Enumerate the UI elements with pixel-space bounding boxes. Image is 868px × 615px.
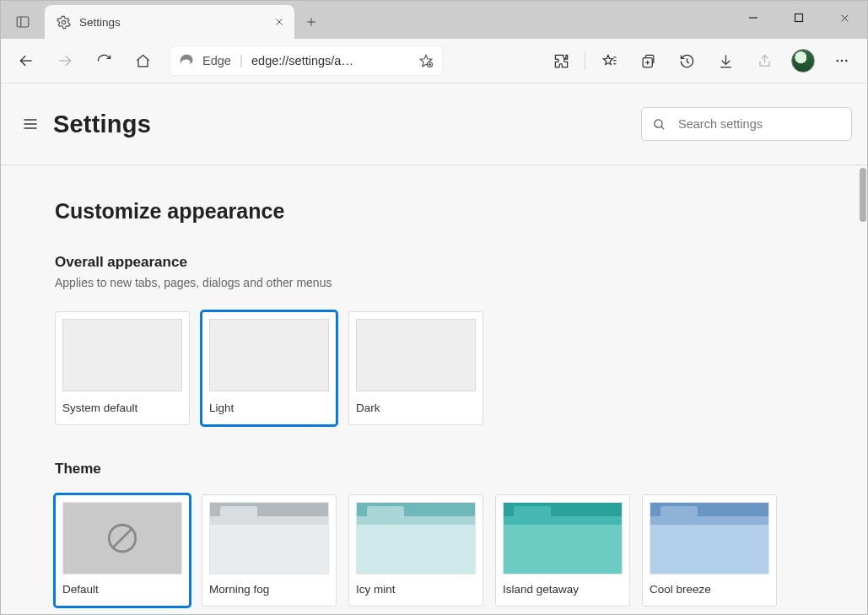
appearance-preview-system — [62, 319, 182, 391]
svg-point-2 — [62, 20, 65, 24]
theme-preview-breeze — [650, 502, 769, 575]
theme-preview-icy — [356, 502, 476, 575]
puzzle-icon — [553, 53, 569, 69]
appearance-options: System default Light Dark — [55, 311, 867, 425]
ellipsis-icon — [834, 53, 849, 68]
appearance-option-dark[interactable]: Dark — [348, 311, 483, 425]
theme-option-icy-mint[interactable]: Icy mint — [348, 494, 483, 607]
theme-option-label: Morning fog — [209, 583, 329, 596]
share-icon — [757, 53, 773, 69]
theme-option-label: Island getaway — [503, 583, 623, 596]
page-title: Settings — [53, 111, 151, 138]
appearance-preview-light — [209, 319, 329, 391]
window-controls — [731, 1, 867, 35]
menu-icon — [22, 116, 39, 132]
toolbar: Edge | edge://settings/a… — [1, 39, 867, 84]
none-icon — [105, 521, 140, 556]
favorite-add-icon[interactable] — [418, 53, 434, 68]
share-button — [747, 45, 781, 77]
theme-preview-island — [503, 502, 623, 575]
svg-marker-17 — [603, 55, 612, 64]
theme-option-label: Default — [62, 583, 182, 596]
theme-preview-fog — [209, 502, 329, 575]
svg-line-33 — [661, 126, 665, 129]
search-icon — [652, 117, 666, 132]
extensions-button[interactable] — [544, 45, 578, 77]
appearance-option-label: System default — [62, 402, 182, 414]
theme-option-label: Icy mint — [356, 583, 476, 596]
avatar-icon — [791, 49, 815, 73]
home-button[interactable] — [126, 45, 159, 77]
browser-tab[interactable]: Settings — [45, 5, 294, 39]
new-tab-button[interactable] — [294, 5, 328, 39]
downloads-button[interactable] — [709, 45, 742, 77]
edge-logo-icon — [179, 53, 194, 68]
close-icon[interactable] — [274, 17, 284, 27]
section-title: Customize appearance — [55, 199, 867, 224]
search-settings[interactable] — [641, 107, 852, 141]
appearance-option-label: Dark — [356, 402, 476, 414]
back-button[interactable] — [9, 45, 43, 77]
forward-button — [48, 45, 82, 77]
scrollbar-thumb[interactable] — [860, 168, 866, 222]
settings-header: Settings — [1, 84, 867, 165]
close-window-button[interactable] — [822, 1, 867, 35]
menu-button[interactable] — [16, 116, 45, 132]
theme-option-label: Cool breeze — [650, 583, 769, 596]
history-icon — [679, 53, 695, 69]
svg-rect-0 — [17, 17, 29, 27]
arrow-left-icon — [18, 52, 35, 69]
more-button[interactable] — [825, 45, 859, 77]
appearance-option-system[interactable]: System default — [55, 311, 190, 425]
plus-icon — [305, 16, 317, 28]
address-url: edge://settings/a… — [251, 54, 410, 67]
svg-point-27 — [841, 60, 844, 62]
search-input[interactable] — [677, 116, 841, 132]
collections-icon — [640, 53, 656, 69]
history-button[interactable] — [670, 45, 704, 77]
content-scroll: Customize appearance Overall appearance … — [1, 165, 867, 615]
minimize-button[interactable] — [731, 1, 776, 35]
tab-actions-button[interactable] — [1, 4, 45, 39]
arrow-right-icon — [57, 52, 73, 69]
collections-button[interactable] — [631, 45, 665, 77]
gear-icon — [57, 15, 71, 30]
svg-point-28 — [845, 60, 848, 62]
tab-actions-icon — [15, 14, 30, 30]
appearance-group-title: Overall appearance — [55, 254, 867, 271]
appearance-preview-dark — [356, 319, 476, 391]
address-bar[interactable]: Edge | edge://settings/a… — [170, 46, 443, 76]
maximize-icon — [794, 13, 804, 23]
theme-option-default[interactable]: Default — [55, 494, 190, 607]
profile-button[interactable] — [786, 45, 820, 77]
minimize-icon — [748, 13, 758, 23]
theme-options: Default Morning fog Icy mint Island geta… — [55, 494, 867, 607]
download-icon — [718, 53, 734, 69]
title-bar: Settings — [1, 1, 867, 39]
appearance-option-label: Light — [209, 402, 329, 414]
appearance-option-light[interactable]: Light — [202, 311, 337, 425]
svg-line-35 — [113, 529, 132, 548]
favorites-button[interactable] — [592, 45, 626, 77]
theme-group-title: Theme — [55, 461, 867, 477]
address-site-label: Edge — [202, 54, 231, 67]
refresh-button[interactable] — [87, 45, 121, 77]
home-icon — [135, 53, 151, 69]
appearance-group-subtitle: Applies to new tabs, pages, dialogs and … — [55, 276, 867, 289]
refresh-icon — [96, 53, 112, 69]
svg-point-26 — [836, 60, 838, 62]
star-lines-icon — [601, 53, 617, 69]
maximize-button[interactable] — [776, 1, 822, 35]
close-icon — [839, 13, 850, 24]
svg-rect-8 — [795, 14, 803, 22]
theme-preview-default — [62, 502, 182, 575]
tab-title: Settings — [79, 16, 266, 29]
theme-option-cool-breeze[interactable]: Cool breeze — [642, 494, 777, 607]
theme-option-island-getaway[interactable]: Island getaway — [495, 494, 630, 607]
theme-option-morning-fog[interactable]: Morning fog — [202, 494, 337, 607]
